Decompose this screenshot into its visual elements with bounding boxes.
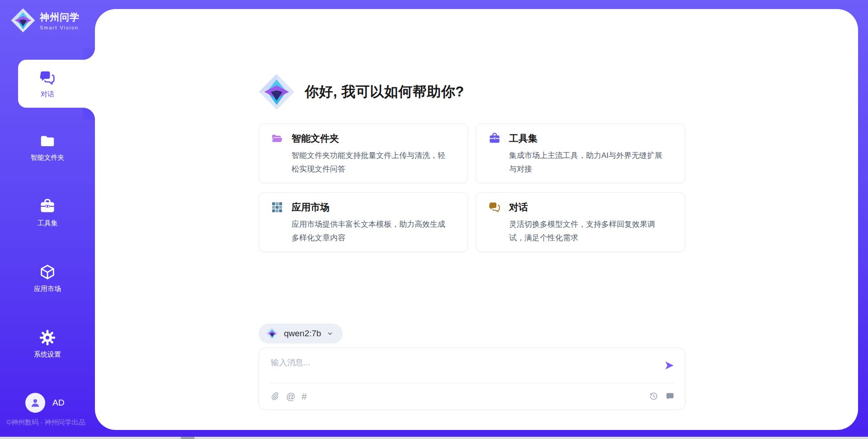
chevron-down-icon xyxy=(326,330,334,337)
content-column: 你好, 我可以如何帮助你? 智能文件夹 智能文件夹功能支持批量文件上传与清洗，轻… xyxy=(259,9,685,430)
card-chat[interactable]: 对话 灵活切换多模型文件，支持多样回复效果调试，满足个性化需求 xyxy=(476,192,685,252)
chat-icon xyxy=(488,201,501,214)
person-icon xyxy=(29,397,41,409)
sidebar-item-label: 系统设置 xyxy=(34,350,61,359)
card-title: 对话 xyxy=(509,201,528,214)
briefcase-icon xyxy=(39,198,56,215)
horizontal-scrollbar-thumb[interactable] xyxy=(181,437,194,439)
sidebar-item-label: 智能文件夹 xyxy=(31,153,65,162)
sidebar-item-label: 应用市场 xyxy=(34,285,61,293)
card-description: 智能文件夹功能支持批量文件上传与清洗，轻松实现文件问答 xyxy=(292,149,453,176)
briefcase-icon xyxy=(488,132,501,145)
active-tab-background xyxy=(18,60,95,108)
grid-icon xyxy=(271,201,283,214)
avatar[interactable] xyxy=(25,393,45,413)
model-selector[interactable]: qwen2:7b xyxy=(259,324,343,344)
sidebar-item-smart-folder[interactable]: 智能文件夹 xyxy=(0,132,95,162)
brand-name: 神州问学 xyxy=(40,11,80,24)
folder-icon xyxy=(39,132,56,149)
chat-bubble-icon[interactable] xyxy=(665,391,675,401)
message-composer: 输入消息... @ # xyxy=(259,348,685,410)
sidebar-item-label: 对话 xyxy=(41,90,54,99)
sidebar-item-label: 工具集 xyxy=(38,219,58,228)
brand: 神州问学 Smart Vision xyxy=(11,8,80,33)
history-icon[interactable] xyxy=(649,391,659,401)
hashtag-icon[interactable]: # xyxy=(302,391,307,401)
mention-icon[interactable]: @ xyxy=(286,391,295,401)
brand-logo-icon xyxy=(11,8,35,33)
open-folder-icon xyxy=(271,132,283,145)
sidebar: 神州问学 Smart Vision 对话 智能文件夹 工具集 应用市场 系统设置… xyxy=(0,0,95,439)
user-name: AD xyxy=(52,398,64,408)
brand-subtitle: Smart Vision xyxy=(40,25,80,30)
tab-fillet-bottom xyxy=(83,108,95,119)
card-toolset[interactable]: 工具集 集成市场上主流工具，助力AI与外界无缝扩展与对接 xyxy=(476,124,685,183)
chat-icon xyxy=(39,69,56,86)
sidebar-item-app-market[interactable]: 应用市场 xyxy=(0,263,95,293)
card-title: 智能文件夹 xyxy=(292,132,339,145)
tab-fillet-top xyxy=(83,48,95,60)
card-smart-folder[interactable]: 智能文件夹 智能文件夹功能支持批量文件上传与清洗，轻松实现文件问答 xyxy=(259,124,468,183)
send-button[interactable] xyxy=(664,360,675,371)
greeting-text: 你好, 我可以如何帮助你? xyxy=(305,82,464,101)
card-description: 应用市场提供丰富长文本模板，助力高效生成多样化文章内容 xyxy=(292,218,453,245)
card-description: 集成市场上主流工具，助力AI与外界无缝扩展与对接 xyxy=(509,149,670,176)
main-panel: 你好, 我可以如何帮助你? 智能文件夹 智能文件夹功能支持批量文件上传与清洗，轻… xyxy=(95,9,858,430)
greeting-row: 你好, 我可以如何帮助你? xyxy=(259,74,464,110)
card-description: 灵活切换多模型文件，支持多样回复效果调试，满足个性化需求 xyxy=(509,218,670,245)
card-title: 工具集 xyxy=(509,132,538,145)
user-profile[interactable]: AD xyxy=(25,393,64,413)
card-app-market[interactable]: 应用市场 应用市场提供丰富长文本模板，助力高效生成多样化文章内容 xyxy=(259,192,468,252)
sidebar-item-toolset[interactable]: 工具集 xyxy=(0,198,95,228)
composer-toolbar: @ # xyxy=(270,383,675,410)
model-name: qwen2:7b xyxy=(284,329,321,339)
feature-cards: 智能文件夹 智能文件夹功能支持批量文件上传与清洗，轻松实现文件问答 工具集 集成… xyxy=(259,124,685,252)
message-input[interactable]: 输入消息... xyxy=(271,357,653,369)
model-logo-icon xyxy=(266,327,278,340)
greeting-logo-icon xyxy=(259,74,295,110)
gear-icon xyxy=(39,329,56,346)
sidebar-item-settings[interactable]: 系统设置 xyxy=(0,329,95,359)
card-title: 应用市场 xyxy=(292,201,330,214)
sidebar-item-chat[interactable]: 对话 xyxy=(0,60,95,108)
horizontal-scrollbar-track[interactable] xyxy=(0,437,868,439)
copyright-text: ©神州数码 · 神州问学出品 xyxy=(6,418,85,427)
paperclip-icon[interactable] xyxy=(270,391,280,401)
cube-icon xyxy=(39,263,56,281)
